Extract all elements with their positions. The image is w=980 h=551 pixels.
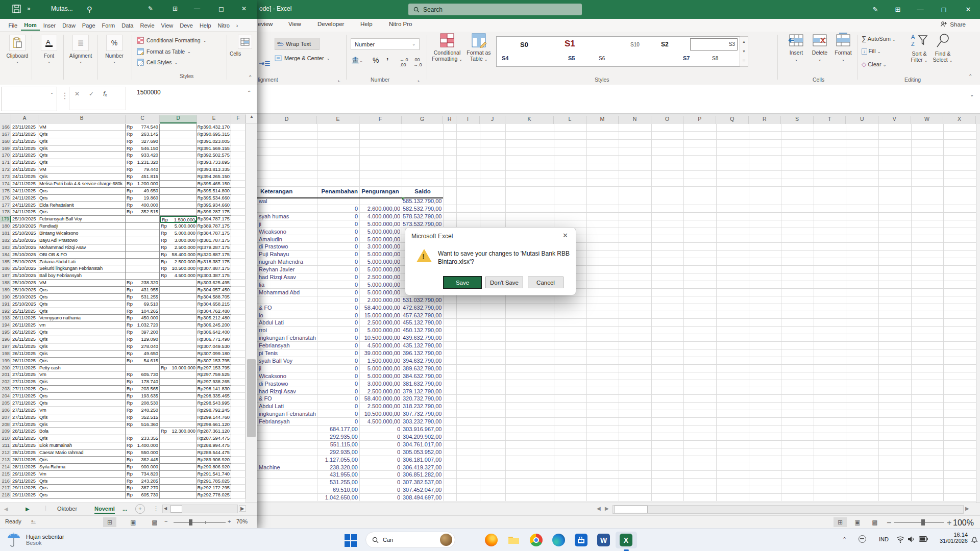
cell-credit[interactable] bbox=[160, 343, 197, 350]
cell-empty[interactable] bbox=[231, 358, 246, 365]
network-icon[interactable] bbox=[896, 536, 904, 543]
small-spreadsheet-grid[interactable]: 16623/11/2025VMRp774.540Rp390.432.170167… bbox=[0, 124, 246, 500]
cell-saldo[interactable]: 304.761.017,00 bbox=[403, 441, 442, 448]
cell-empty[interactable] bbox=[231, 393, 246, 400]
cell-saldo[interactable]: Rp307.049.530 bbox=[197, 343, 231, 350]
cell-saldo[interactable]: Rp292.778.025 bbox=[197, 492, 231, 499]
cell-empty[interactable] bbox=[231, 308, 246, 315]
cell-saldo[interactable]: Rp298.141.830 bbox=[197, 386, 231, 393]
conditional-formatting-item[interactable]: Conditional Formatting⌄ bbox=[137, 37, 206, 44]
cell-saldo[interactable]: Rp287.594.475 bbox=[197, 435, 231, 442]
small-hscroll-left-icon[interactable]: ◀ bbox=[164, 506, 167, 511]
tab-inser[interactable]: Inser bbox=[40, 20, 59, 30]
cell-keterangan[interactable]: lia bbox=[259, 281, 316, 288]
cell-debit[interactable]: Rp1.400.000 bbox=[126, 442, 160, 449]
cell-saldo[interactable]: Rp381.787.175 bbox=[197, 237, 231, 244]
cell-penambahan[interactable]: 292.935,00 bbox=[317, 448, 358, 456]
cell-empty[interactable] bbox=[231, 159, 246, 166]
column-header-M[interactable]: M bbox=[586, 116, 619, 124]
page-break-icon[interactable]: ▩ bbox=[148, 517, 161, 527]
number-dialog-launcher[interactable]: ⌞ bbox=[418, 77, 420, 83]
cell-date[interactable]: 28/11/2025 bbox=[11, 464, 38, 471]
cell-keterangan[interactable]: di Prastowo bbox=[259, 243, 316, 250]
cell-penambahan[interactable]: 0 bbox=[317, 296, 358, 304]
cell-debit[interactable]: Rp129.090 bbox=[126, 336, 160, 343]
column-header-U[interactable]: U bbox=[846, 116, 878, 124]
hscroll-right-icon[interactable]: ▶ bbox=[605, 506, 609, 511]
cell-debit[interactable]: Rp387.270 bbox=[126, 485, 160, 492]
cell-empty[interactable] bbox=[231, 464, 246, 471]
cell-penambahan[interactable]: 0 bbox=[317, 289, 358, 296]
header-penambahan[interactable]: Penambahan bbox=[317, 188, 358, 195]
cell-keterangan[interactable]: & FO bbox=[259, 395, 316, 402]
cell-penambahan[interactable]: 1.042.650,00 bbox=[317, 494, 358, 501]
cell-empty[interactable] bbox=[231, 478, 246, 485]
cell-credit[interactable] bbox=[160, 464, 197, 471]
cell-saldo[interactable]: Rp290.806.920 bbox=[197, 464, 231, 471]
expand-formula-bar-icon[interactable]: ⌄ bbox=[970, 92, 974, 97]
cancel-button[interactable]: Cancel bbox=[528, 277, 564, 288]
cell-pengurangan[interactable]: 2.000.000,00 bbox=[360, 296, 400, 304]
cell-penambahan[interactable]: 684.177,00 bbox=[317, 425, 358, 433]
cell-empty[interactable] bbox=[231, 322, 246, 329]
notification-bell-icon[interactable] bbox=[971, 536, 978, 543]
tab-review-partial[interactable]: eview bbox=[258, 21, 273, 27]
cell-debit[interactable]: Rp1.032.720 bbox=[126, 322, 160, 329]
cell-date[interactable]: 26/11/2025 bbox=[11, 358, 38, 365]
collapse-formula-bar-icon[interactable]: ⌃ bbox=[247, 90, 251, 95]
cell-description[interactable]: Caesar Mario rahmad bbox=[38, 449, 126, 457]
cell-saldo[interactable]: 306.851.282,00 bbox=[403, 471, 442, 478]
cell-pengurangan[interactable]: 3.000.000,00 bbox=[360, 243, 400, 250]
cell-penambahan[interactable]: 0 bbox=[317, 327, 358, 334]
cell-empty[interactable] bbox=[231, 252, 246, 259]
row-number[interactable]: 183 bbox=[0, 244, 11, 252]
minimize-button[interactable]: — bbox=[910, 0, 931, 19]
cell-credit[interactable]: Rp12.300.000 bbox=[160, 428, 197, 435]
column-header-W[interactable]: W bbox=[911, 116, 944, 124]
quick-access-more-icon[interactable]: » bbox=[27, 5, 31, 12]
clear-button[interactable]: ◇ Clear ⌄ bbox=[862, 61, 886, 68]
cell-credit[interactable]: Rp3.000.000 bbox=[160, 237, 197, 244]
cell-saldo[interactable]: 439.632.790,00 bbox=[403, 334, 442, 341]
cell-keterangan[interactable]: Puji Rahayu bbox=[259, 251, 316, 258]
cell-keterangan[interactable] bbox=[259, 448, 316, 456]
cell-penambahan[interactable]: 0 bbox=[317, 342, 358, 349]
dialog-close-icon[interactable]: ✕ bbox=[562, 232, 568, 239]
cell-debit[interactable]: Rp431.955 bbox=[126, 287, 160, 294]
column-header-E[interactable]: E bbox=[317, 116, 359, 124]
do-not-disturb-icon[interactable] bbox=[859, 535, 866, 543]
cell-credit[interactable] bbox=[160, 301, 197, 308]
row-number[interactable]: 176 bbox=[0, 195, 11, 202]
cell-pengurangan[interactable]: 4.500.000,00 bbox=[360, 342, 400, 349]
cell-saldo[interactable]: 394.632.790,00 bbox=[403, 357, 442, 364]
cell-keterangan[interactable]: wal bbox=[259, 197, 316, 205]
tab-nitro-pro[interactable]: Nitro Pro bbox=[389, 21, 412, 27]
cell-keterangan[interactable]: syah humas bbox=[259, 213, 316, 220]
cell-debit[interactable] bbox=[126, 244, 160, 252]
column-header-E[interactable]: E bbox=[197, 115, 231, 123]
cell-saldo[interactable]: 320.732.790,00 bbox=[403, 395, 442, 402]
cell-pengurangan[interactable]: 0 bbox=[360, 448, 400, 456]
cell-debit[interactable]: Rp178.740 bbox=[126, 379, 160, 386]
cell-description[interactable]: OBI OB & FO bbox=[38, 252, 126, 259]
cell-debit[interactable] bbox=[126, 265, 160, 272]
cell-saldo[interactable]: 396.132.790,00 bbox=[403, 349, 442, 357]
cell-credit[interactable]: Rp10.000.000 bbox=[160, 365, 197, 372]
cell-pengurangan[interactable]: 5.000.000,00 bbox=[360, 258, 400, 265]
cell-saldo[interactable]: 450.132.790,00 bbox=[403, 327, 442, 334]
maximize-button[interactable]: ◻ bbox=[218, 5, 224, 13]
cell-keterangan[interactable] bbox=[259, 205, 316, 212]
small-hscroll-right-icon[interactable]: ▶ bbox=[239, 505, 246, 512]
cell-credit[interactable] bbox=[160, 329, 197, 336]
row-number[interactable]: 175 bbox=[0, 188, 11, 195]
cell-saldo[interactable]: 305.053.952,00 bbox=[403, 448, 442, 456]
cell-date[interactable]: 25/10/2025 bbox=[11, 294, 38, 301]
search-daily-image[interactable] bbox=[440, 534, 452, 546]
comma-style-icon[interactable]: ’ bbox=[386, 56, 388, 65]
alignment-dialog-launcher[interactable]: ⌞ bbox=[338, 77, 340, 83]
cell-pengurangan[interactable]: 5.000.000,00 bbox=[360, 327, 400, 334]
format-as-table-item[interactable]: Format as Table⌄ bbox=[137, 48, 191, 55]
cell-description[interactable]: Qris bbox=[38, 350, 126, 358]
cell-saldo[interactable]: Rp395.465.150 bbox=[197, 181, 231, 188]
cell-penambahan[interactable]: 0 bbox=[317, 365, 358, 372]
